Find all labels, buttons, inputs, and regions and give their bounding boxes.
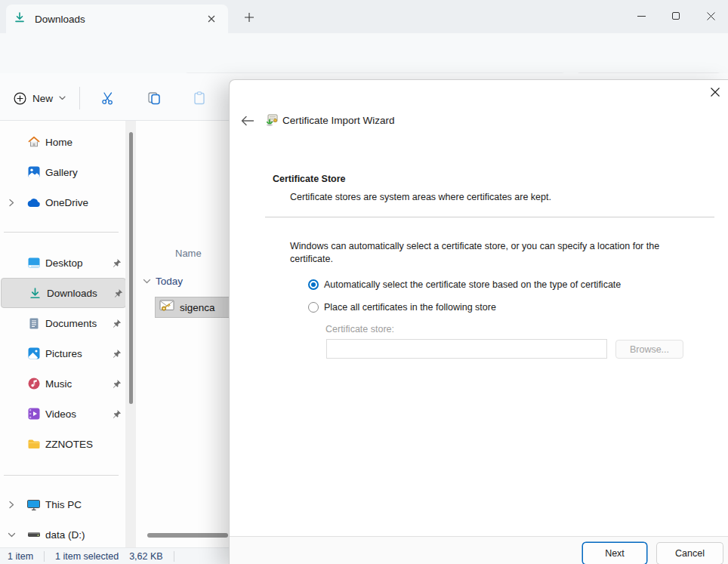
sidebar-scrollbar-thumb[interactable] bbox=[129, 132, 133, 404]
chevron-right-icon[interactable] bbox=[6, 499, 17, 510]
sidebar-item-music[interactable]: Music bbox=[0, 368, 125, 399]
this-pc-icon bbox=[26, 498, 41, 512]
browse-button[interactable]: Browse... bbox=[615, 340, 683, 359]
status-divider bbox=[174, 551, 174, 562]
dialog-title: Certificate Import Wizard bbox=[282, 115, 395, 126]
wizard-page-subheading: Certificate stores are system areas wher… bbox=[290, 192, 551, 202]
sidebar-separator bbox=[4, 475, 119, 476]
chevron-down-icon[interactable] bbox=[143, 274, 151, 288]
sidebar-item-gallery[interactable]: Gallery bbox=[0, 157, 125, 187]
onedrive-icon bbox=[26, 196, 41, 210]
certificate-wizard-icon bbox=[265, 113, 279, 127]
pin-icon bbox=[111, 348, 122, 359]
chevron-down-icon bbox=[59, 96, 66, 100]
selection-size: 3,62 KB bbox=[129, 551, 162, 562]
tab-title: Downloads bbox=[35, 14, 202, 25]
chevron-down-icon[interactable] bbox=[6, 529, 17, 540]
downloads-icon bbox=[28, 286, 42, 300]
cut-icon[interactable] bbox=[93, 85, 123, 111]
horizontal-scrollbar-thumb[interactable] bbox=[147, 533, 228, 538]
radio-selected-icon[interactable] bbox=[308, 279, 319, 290]
certificate-store-input[interactable] bbox=[326, 339, 607, 359]
certificate-import-wizard-dialog: Certificate Import Wizard Certificate St… bbox=[229, 79, 728, 564]
videos-icon bbox=[26, 407, 41, 421]
file-name: sigenca bbox=[180, 302, 215, 313]
sidebar-item-data-drive[interactable]: data (D:) bbox=[0, 519, 125, 547]
selection-count: 1 item selected bbox=[55, 551, 119, 562]
maximize-button[interactable] bbox=[659, 0, 693, 32]
wizard-page-heading: Certificate Store bbox=[273, 174, 346, 184]
sidebar-separator bbox=[4, 232, 119, 233]
drive-icon bbox=[26, 528, 41, 542]
folder-icon bbox=[26, 437, 41, 452]
file-group-today[interactable]: Today bbox=[143, 274, 183, 288]
pin-icon bbox=[113, 288, 123, 298]
documents-icon bbox=[26, 316, 41, 331]
sidebar-item-this-pc[interactable]: This PC bbox=[0, 489, 125, 519]
sidebar-item-desktop[interactable]: Desktop bbox=[0, 248, 125, 278]
sidebar-item-onedrive[interactable]: OneDrive bbox=[0, 187, 125, 217]
dialog-close-icon[interactable] bbox=[704, 82, 726, 103]
next-button[interactable]: Next bbox=[582, 542, 647, 564]
sidebar-item-documents[interactable]: Documents bbox=[0, 308, 125, 338]
sidebar-item-pictures[interactable]: Pictures bbox=[0, 338, 125, 368]
items-count: 1 item bbox=[8, 551, 33, 562]
pin-icon bbox=[111, 318, 122, 328]
plus-circle-icon bbox=[14, 92, 26, 105]
certificate-store-label: Certificate store: bbox=[325, 324, 394, 334]
cancel-button[interactable]: Cancel bbox=[656, 542, 723, 564]
column-header-name[interactable]: Name bbox=[175, 248, 202, 259]
group-label: Today bbox=[156, 276, 183, 287]
pin-icon bbox=[111, 378, 122, 389]
new-button[interactable]: New bbox=[6, 85, 73, 112]
wizard-intro-text: Windows can automatically select a certi… bbox=[290, 240, 690, 266]
navigation-bar: Downloads bbox=[0, 33, 728, 73]
radio-unselected-icon[interactable] bbox=[308, 302, 319, 313]
radio-option-place-in-store[interactable]: Place all certificates in the following … bbox=[308, 302, 496, 313]
dialog-footer: Next Cancel bbox=[230, 536, 728, 564]
close-window-button[interactable] bbox=[693, 0, 728, 32]
title-bar: Downloads bbox=[0, 0, 728, 33]
tab-downloads[interactable]: Downloads bbox=[6, 5, 228, 33]
pin-icon bbox=[111, 257, 122, 268]
paste-icon[interactable] bbox=[184, 85, 214, 111]
minimize-button[interactable] bbox=[624, 0, 659, 32]
radio-option-automatic[interactable]: Automatically select the certificate sto… bbox=[308, 279, 621, 290]
explorer-window: Downloads bbox=[0, 0, 728, 564]
sidebar-item-zznotes[interactable]: ZZNOTES bbox=[0, 429, 125, 459]
sidebar-item-downloads[interactable]: Downloads bbox=[1, 278, 126, 308]
window-controls bbox=[624, 0, 728, 33]
pin-icon bbox=[111, 408, 122, 419]
sidebar-item-videos[interactable]: Videos bbox=[0, 399, 125, 429]
header-divider bbox=[265, 217, 714, 217]
tab-close-icon[interactable] bbox=[202, 10, 221, 28]
music-icon bbox=[26, 377, 41, 391]
chevron-right-icon[interactable] bbox=[6, 197, 17, 208]
gallery-icon bbox=[26, 165, 41, 180]
copy-icon[interactable] bbox=[139, 85, 169, 111]
status-divider bbox=[44, 551, 45, 562]
new-button-label: New bbox=[32, 93, 53, 104]
pictures-icon bbox=[26, 347, 41, 361]
desktop-icon bbox=[26, 256, 41, 270]
new-tab-button[interactable] bbox=[239, 8, 260, 27]
sidebar-item-home[interactable]: Home bbox=[0, 127, 125, 157]
command-bar-divider bbox=[79, 87, 80, 109]
downloads-icon bbox=[14, 11, 26, 26]
home-icon bbox=[26, 135, 41, 149]
dialog-back-button[interactable] bbox=[238, 112, 258, 130]
certificate-file-icon bbox=[159, 298, 175, 316]
